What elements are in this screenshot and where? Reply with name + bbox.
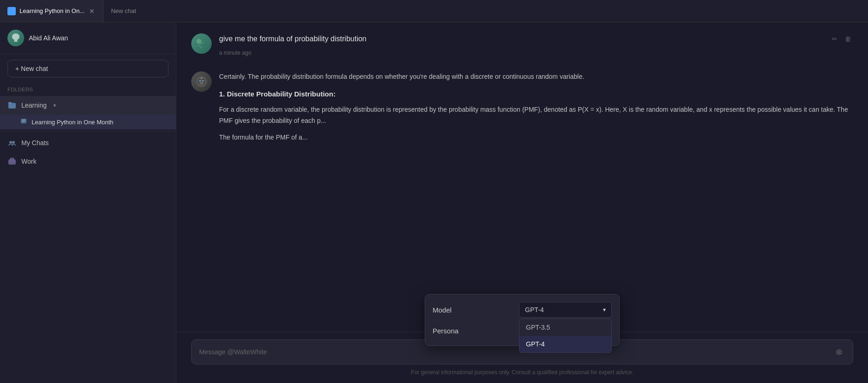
learning-folder-label: Learning xyxy=(21,102,47,109)
message-user: give me the formula of probability distr… xyxy=(191,33,853,57)
svg-rect-10 xyxy=(10,158,14,160)
svg-rect-0 xyxy=(8,7,13,12)
avatar xyxy=(7,30,24,46)
sidebar-item-learning-python[interactable]: Learning Python in One Month xyxy=(0,115,176,129)
sidebar-item-work[interactable]: Work xyxy=(0,152,176,171)
ai-truncated-text: The formula for the PMF of a... xyxy=(219,132,853,143)
tab-bar: Learning Python in On... ✕ New chat xyxy=(0,0,868,22)
work-icon xyxy=(7,157,17,166)
folders-label: Folders xyxy=(0,83,176,96)
svg-point-7 xyxy=(9,141,12,144)
learning-folder-icon xyxy=(7,101,17,110)
learning-folder-chevron: ▾ xyxy=(53,102,56,109)
ai-message-content: Certainly. The probability distribution … xyxy=(219,71,853,149)
tab-new-chat[interactable]: New chat xyxy=(104,0,196,22)
ai-response-text: Certainly. The probability distribution … xyxy=(219,71,853,143)
tab-close-button[interactable]: ✕ xyxy=(88,6,96,16)
svg-rect-3 xyxy=(8,102,12,104)
model-select-button[interactable]: GPT-4 ▾ xyxy=(519,302,612,318)
divider-1 xyxy=(0,131,176,132)
work-label: Work xyxy=(21,158,36,165)
message-input[interactable] xyxy=(199,348,828,356)
edit-message-button[interactable]: ✏ xyxy=(830,33,839,45)
user-message-avatar xyxy=(191,33,212,54)
user-name: Abid Ali Awan xyxy=(29,34,68,42)
sidebar: Abid Ali Awan + New chat Folders Learnin… xyxy=(0,22,176,383)
model-row: Model GPT-4 ▾ GPT-3.5 GPT-4 xyxy=(433,302,612,318)
model-label: Model xyxy=(433,306,452,314)
svg-rect-15 xyxy=(199,80,201,82)
model-option-gpt35[interactable]: GPT-3.5 xyxy=(519,319,611,336)
ai-message-avatar xyxy=(191,71,212,92)
message-time: a minute ago xyxy=(219,50,251,56)
learning-python-label: Learning Python in One Month xyxy=(32,119,113,126)
sidebar-item-my-chats[interactable]: My Chats xyxy=(0,134,176,152)
model-selected-value: GPT-4 xyxy=(525,306,544,313)
model-select-container: GPT-4 ▾ GPT-3.5 GPT-4 xyxy=(519,302,612,318)
model-dropdown: GPT-3.5 GPT-4 xyxy=(519,319,612,353)
my-chats-icon xyxy=(7,138,17,147)
ai-intro-text: Certainly. The probability distribution … xyxy=(219,71,853,83)
ai-body-text: For a discrete random variable, the prob… xyxy=(219,104,853,127)
main-layout: Abid Ali Awan + New chat Folders Learnin… xyxy=(0,22,868,383)
user-header: Abid Ali Awan xyxy=(0,22,176,54)
svg-rect-1 xyxy=(9,12,11,13)
tab-learning-python-label: Learning Python in On... xyxy=(19,7,84,14)
model-chevron-icon: ▾ xyxy=(603,306,606,313)
tab-new-chat-label: New chat xyxy=(111,7,189,14)
user-message-text: give me the formula of probability distr… xyxy=(219,35,367,43)
my-chats-label: My Chats xyxy=(21,139,49,147)
user-message-content: give me the formula of probability distr… xyxy=(219,33,853,57)
svg-point-19 xyxy=(201,77,202,79)
new-chat-button[interactable]: + New chat xyxy=(7,60,168,77)
svg-rect-16 xyxy=(202,80,204,82)
svg-rect-17 xyxy=(200,83,203,83)
disclaimer-text: For general informational purposes only.… xyxy=(191,369,853,376)
model-option-gpt4[interactable]: GPT-4 xyxy=(519,336,611,352)
messages-container: give me the formula of probability distr… xyxy=(176,22,868,332)
tab-chat-icon xyxy=(7,7,16,15)
svg-point-8 xyxy=(12,141,15,144)
message-ai: Certainly. The probability distribution … xyxy=(191,71,853,149)
chat-subitem-icon xyxy=(20,118,28,126)
user-message-header: give me the formula of probability distr… xyxy=(219,33,853,45)
svg-rect-4 xyxy=(21,119,26,123)
input-clear-button[interactable]: ⊗ xyxy=(832,345,845,358)
tab-learning-python[interactable]: Learning Python in On... ✕ xyxy=(0,0,104,22)
settings-popup: Model GPT-4 ▾ GPT-3.5 GPT-4 xyxy=(425,294,620,346)
message-actions: ✏ 🗑 xyxy=(830,33,853,45)
persona-label: Persona xyxy=(433,327,459,335)
chat-area: give me the formula of probability distr… xyxy=(176,22,868,383)
sidebar-item-learning[interactable]: Learning ▾ xyxy=(0,96,176,115)
ai-section-title: 1. Discrete Probability Distribution: xyxy=(219,88,853,100)
delete-message-button[interactable]: 🗑 xyxy=(843,33,853,45)
